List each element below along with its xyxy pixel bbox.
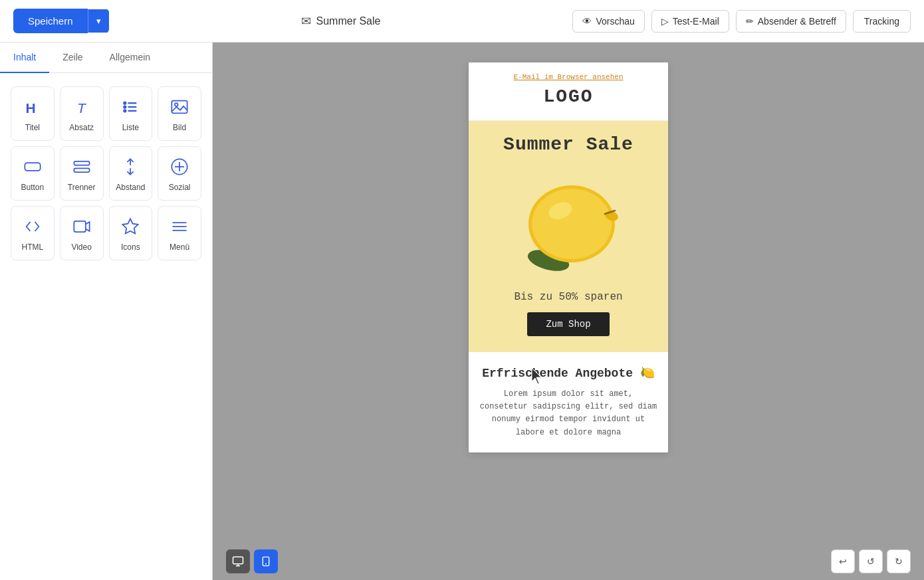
svg-rect-18 [74, 221, 85, 232]
icons-label: Icons [121, 242, 140, 252]
sidebar: Inhalt Zeile Allgemein H Titel T Abs [0, 43, 213, 580]
top-bar-right: 👁 Vorschau ▷ Test-E-Mail ✏ Absender & Be… [572, 10, 911, 33]
desktop-view-button[interactable] [226, 549, 250, 573]
video-label: Video [71, 242, 91, 252]
vorschau-label: Vorschau [596, 16, 634, 27]
titel-label: Titel [25, 123, 40, 132]
svg-text:H: H [25, 100, 35, 116]
tool-absatz[interactable]: T Absatz [60, 86, 104, 141]
trenner-label: Trenner [68, 183, 96, 192]
tool-trenner[interactable]: Trenner [60, 146, 104, 201]
tool-abstand[interactable]: Abstand [109, 146, 153, 201]
tool-bild[interactable]: Bild [158, 86, 201, 141]
ep-header: E-Mail im Browser ansehen LOGO [469, 62, 668, 121]
svg-point-9 [175, 103, 178, 106]
trenner-icon [70, 155, 94, 179]
menu-label: Menü [170, 242, 189, 252]
save-button[interactable]: Speichern [13, 9, 88, 33]
tool-button[interactable]: Button [11, 146, 55, 201]
vorschau-button[interactable]: 👁 Vorschau [572, 10, 644, 33]
tool-icons[interactable]: Icons [109, 206, 153, 260]
ep-logo: LOGO [479, 86, 657, 107]
sidebar-tabs: Inhalt Zeile Allgemein [0, 43, 212, 73]
liste-label: Liste [122, 123, 139, 132]
top-bar: Speichern ▾ ✉ Summer Sale 👁 Vorschau ▷ T… [0, 0, 924, 43]
tab-allgemein[interactable]: Allgemein [96, 43, 164, 73]
svg-rect-32 [233, 557, 243, 564]
svg-rect-10 [25, 163, 40, 171]
menu-icon [168, 215, 191, 239]
redo-button[interactable]: ↻ [887, 549, 911, 573]
eye-icon: 👁 [582, 16, 592, 27]
bild-icon [168, 95, 191, 119]
svg-point-4 [124, 110, 126, 112]
bottom-bar: ↩ ↺ ↻ [213, 543, 924, 580]
tools-grid: H Titel T Absatz [11, 86, 201, 260]
ep-sale-title: Summer Sale [479, 134, 657, 155]
send-icon: ▷ [661, 16, 669, 27]
ep-lemon [479, 164, 657, 280]
test-email-label: Test-E-Mail [673, 16, 719, 27]
mobile-view-button[interactable] [254, 549, 278, 573]
tool-liste[interactable]: Liste [109, 86, 153, 141]
main-layout: Inhalt Zeile Allgemein H Titel T Abs [0, 43, 924, 580]
test-email-button[interactable]: ▷ Test-E-Mail [651, 10, 729, 33]
tool-titel[interactable]: H Titel [11, 86, 55, 141]
email-icon: ✉ [301, 14, 311, 29]
save-dropdown-button[interactable]: ▾ [88, 9, 109, 33]
undo-button[interactable]: ↺ [859, 549, 883, 573]
sozial-label: Sozial [169, 183, 191, 192]
tool-sozial[interactable]: Sozial [158, 146, 201, 201]
svg-marker-19 [123, 219, 138, 233]
liste-icon [118, 95, 142, 119]
svg-rect-11 [74, 161, 89, 165]
history-back-button[interactable]: ↩ [831, 549, 855, 573]
save-button-group: Speichern ▾ [13, 9, 109, 33]
tool-html[interactable]: HTML [11, 206, 55, 260]
absatz-label: Absatz [69, 123, 94, 132]
video-icon [70, 215, 94, 239]
svg-point-2 [124, 102, 126, 104]
ep-savings: Bis zu 50% sparen [479, 291, 657, 303]
ep-white-section: Erfrischende Angebote 🍋 Lorem ipsum dolo… [469, 352, 668, 452]
sozial-icon [168, 155, 191, 179]
html-label: HTML [22, 242, 44, 252]
svg-point-3 [124, 106, 126, 108]
email-preview: E-Mail im Browser ansehen LOGO Summer Sa… [469, 62, 668, 452]
canvas-area[interactable]: E-Mail im Browser ansehen LOGO Summer Sa… [213, 43, 924, 580]
button-label: Button [21, 183, 45, 192]
view-toggle [226, 549, 278, 573]
tab-zeile[interactable]: Zeile [49, 43, 96, 73]
svg-point-27 [532, 189, 612, 259]
abstand-icon [118, 155, 142, 179]
absatz-icon: T [70, 95, 94, 119]
ep-offers-title: Erfrischende Angebote 🍋 [479, 365, 657, 380]
absender-label: Absender & Betreff [758, 16, 836, 27]
titel-icon: H [21, 95, 45, 119]
bild-label: Bild [173, 123, 186, 132]
ep-shop-button[interactable]: Zum Shop [527, 312, 609, 336]
abstand-label: Abstand [116, 183, 145, 192]
email-title-area: ✉ Summer Sale [301, 14, 381, 29]
tab-inhalt[interactable]: Inhalt [0, 43, 49, 73]
tool-video[interactable]: Video [60, 206, 104, 260]
absender-button[interactable]: ✏ Absender & Betreff [736, 10, 846, 33]
ep-view-link[interactable]: E-Mail im Browser ansehen [513, 73, 623, 81]
email-title-text: Summer Sale [316, 15, 381, 27]
svg-rect-12 [74, 168, 89, 172]
top-bar-left: Speichern ▾ [13, 9, 109, 33]
button-icon [21, 155, 45, 179]
pencil-icon: ✏ [746, 16, 754, 27]
tool-menu[interactable]: Menü [158, 206, 201, 260]
history-controls: ↩ ↺ ↻ [831, 549, 911, 573]
ep-body-text: Lorem ipsum dolor sit amet, consetetur s… [479, 388, 657, 439]
html-icon [21, 215, 45, 239]
ep-yellow-section: Summer Sale [469, 121, 668, 352]
svg-text:T: T [77, 100, 87, 116]
tracking-button[interactable]: Tracking [853, 10, 911, 33]
sidebar-content: H Titel T Absatz [0, 73, 212, 580]
icons-icon [118, 215, 142, 239]
